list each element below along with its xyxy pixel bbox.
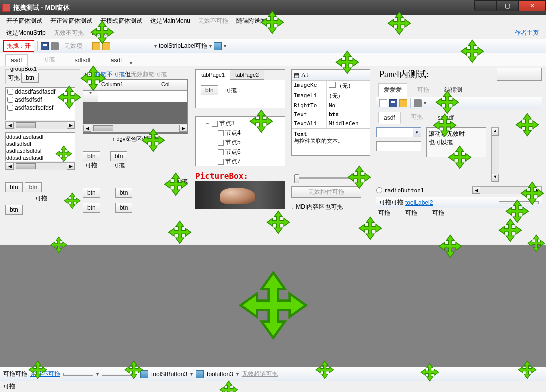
- panel-bot-btn[interactable]: [499, 201, 539, 204]
- checked-listbox[interactable]: ddasdfasdfasdf asdfsdfsdf asdfasdfsdfdsf: [5, 87, 75, 120]
- tabpage2[interactable]: tabPage2: [230, 70, 264, 80]
- btn-g2-5[interactable]: btn: [115, 203, 133, 213]
- combobox[interactable]: ▾: [376, 127, 421, 137]
- btn-g2-1[interactable]: btn: [83, 188, 100, 198]
- check-item-2[interactable]: [7, 97, 13, 103]
- menu-strip: 这是MenuStrip 无效不可拖 纯猜测 作者主页: [0, 27, 546, 39]
- bt-label: 可拖可拖: [3, 370, 27, 378]
- hyperlink[interactable]: 超链不可拖: [95, 71, 125, 78]
- open-icon[interactable]: [92, 42, 100, 50]
- bt-btn2[interactable]: [102, 373, 132, 376]
- app-icon: [2, 4, 10, 12]
- menustrip-invalid[interactable]: 无效不可拖: [50, 27, 88, 39]
- vscrollbar[interactable]: ▲▼: [491, 127, 499, 182]
- author-link[interactable]: 作者主页: [515, 29, 544, 37]
- menu-invalid[interactable]: 无效不可拖: [194, 15, 232, 27]
- disabled-link[interactable]: 无效超链可拖: [131, 71, 167, 78]
- categorized-icon[interactable]: ▤: [294, 72, 299, 79]
- panel-big-button[interactable]: [497, 68, 542, 81]
- datagridview[interactable]: Column1 Col * ◀▶: [83, 79, 188, 134]
- maximize-button[interactable]: ▢: [496, 0, 519, 11]
- mdi-note: ↓ MDI内容区也可拖: [291, 203, 366, 211]
- ptab-1[interactable]: 爱爱爱: [378, 83, 407, 97]
- close-button[interactable]: ✕: [518, 0, 546, 11]
- hscrollbar[interactable]: ◀▶: [472, 186, 542, 194]
- tabpage1[interactable]: tabPage1: [196, 70, 230, 80]
- picturebox: [195, 181, 285, 209]
- panel-bot1: 可拖可拖: [379, 198, 403, 207]
- save-icon[interactable]: [41, 42, 49, 50]
- menustrip-1[interactable]: 这是MenuStrip: [2, 27, 50, 39]
- btn-r1-2[interactable]: btn: [110, 151, 128, 161]
- ptab-3[interactable]: 纯猜测: [439, 84, 467, 96]
- bt-gray-link[interactable]: 无效超链可拖: [242, 370, 278, 378]
- bt-b4[interactable]: toolutton3: [207, 371, 233, 378]
- save-icon-2[interactable]: [389, 99, 397, 107]
- pgrid-desc-title: Text: [294, 131, 368, 137]
- menu-child-form[interactable]: 开子窗体测试: [2, 15, 46, 27]
- bt-btn1[interactable]: [63, 373, 93, 376]
- print-icon-2[interactable]: [414, 99, 422, 107]
- toolstrip-label: toolStripLabel可拖: [159, 42, 207, 50]
- paste-icon[interactable]: [102, 42, 110, 50]
- alphabetical-icon[interactable]: A↓: [301, 71, 309, 79]
- btn-g1-2[interactable]: btn: [25, 182, 42, 192]
- check-item-1[interactable]: [7, 89, 13, 95]
- groupbox-btn[interactable]: btn: [21, 73, 39, 83]
- image-icon[interactable]: [214, 42, 222, 50]
- new-icon[interactable]: [379, 99, 387, 107]
- main-menu: 开子窗体测试 开正常窗体测试 开模式窗体测试 这是MainMenu 无效不可拖 …: [0, 15, 546, 27]
- menu-this-is[interactable]: 这是MainMenu: [146, 15, 194, 27]
- image-icon-3[interactable]: [196, 370, 204, 378]
- dgv-col2[interactable]: Col: [158, 80, 183, 90]
- listbox[interactable]: ddasdfasdfasdf asdfsdfsdf asdfasdfsdfdsf…: [5, 132, 75, 161]
- tab-drag[interactable]: 可拖: [38, 53, 60, 66]
- picturebox-label: PictureBox:: [195, 171, 285, 181]
- tab-asdf2[interactable]: asdf: [106, 55, 127, 66]
- bottom-toolstrip: 可拖可拖 超链不可拖 ▾ toolStButton3 ▾ toolutton3 …: [0, 367, 546, 381]
- btn-g1-3[interactable]: btn: [5, 205, 23, 215]
- ptab2-2[interactable]: 可拖: [406, 111, 428, 123]
- invalid-item[interactable]: 无效项: [61, 40, 86, 52]
- trackbar[interactable]: [291, 172, 366, 183]
- property-grid[interactable]: ▤ A↓ ImageKe (无) ImageLi(无) RightToNo Te…: [291, 69, 370, 156]
- menu-extra[interactable]: 随碟附送的: [232, 15, 270, 27]
- menu-normal-form[interactable]: 开正常窗体测试: [46, 15, 96, 27]
- treeview[interactable]: −节点3 节点4 节点5 节点6 节点7: [195, 116, 285, 166]
- ptab2-3[interactable]: sdfsdf: [433, 112, 459, 123]
- bt-b3[interactable]: toolStButton3: [151, 371, 187, 378]
- tab-asdf[interactable]: asdf: [5, 54, 28, 66]
- ptab2-1[interactable]: asdf: [378, 112, 401, 124]
- btn-g1-1[interactable]: btn: [5, 182, 23, 192]
- btn-r1-1[interactable]: btn: [83, 151, 100, 161]
- textbox[interactable]: [376, 141, 421, 151]
- disabled-button[interactable]: 无效控件可拖: [291, 186, 361, 198]
- btn-g2-2[interactable]: btn: [83, 203, 100, 213]
- radiobutton[interactable]: radioButton1: [376, 187, 424, 194]
- bt-link[interactable]: 超链不可拖: [30, 370, 60, 378]
- groupbox-label: 可拖: [8, 74, 20, 81]
- minimize-button[interactable]: —: [474, 0, 497, 11]
- menustrip-3[interactable]: 纯猜测: [88, 27, 114, 39]
- open-icon-2[interactable]: [399, 99, 407, 107]
- panel-bot-link[interactable]: toolLabel2: [405, 199, 433, 206]
- pgrid-desc-body: 与控件关联的文本。: [294, 138, 343, 144]
- listbox-scrollbar[interactable]: ◀▶: [5, 162, 75, 170]
- btn-g2-4[interactable]: btn: [115, 188, 133, 198]
- after-label: 可拖: [83, 71, 95, 78]
- check-item-3[interactable]: [7, 105, 13, 111]
- ptab-2[interactable]: 可拖: [412, 84, 434, 96]
- titlebar[interactable]: 拖拽测试 - MDI窗体 — ▢ ✕: [0, 0, 546, 15]
- statusbar: 可拖: [0, 381, 546, 392]
- menu-modal-form[interactable]: 开模式窗体测试: [96, 15, 146, 27]
- upper-tabstrip: asdf 可拖 sdfsdf asdf ▾: [0, 53, 546, 66]
- mdi-client[interactable]: [0, 245, 546, 367]
- image-icon-2[interactable]: [140, 370, 148, 378]
- clist-scrollbar[interactable]: ◀▶: [5, 121, 75, 129]
- print-icon[interactable]: [51, 42, 59, 50]
- dgv-col1[interactable]: Column1: [98, 80, 158, 90]
- dropdown-arrow[interactable]: ▾: [154, 43, 157, 49]
- drag-toggle[interactable]: 拖拽：开: [3, 40, 34, 52]
- tab-sdfsdf[interactable]: sdfsdf: [70, 55, 96, 66]
- tab-btn[interactable]: btn: [201, 85, 218, 95]
